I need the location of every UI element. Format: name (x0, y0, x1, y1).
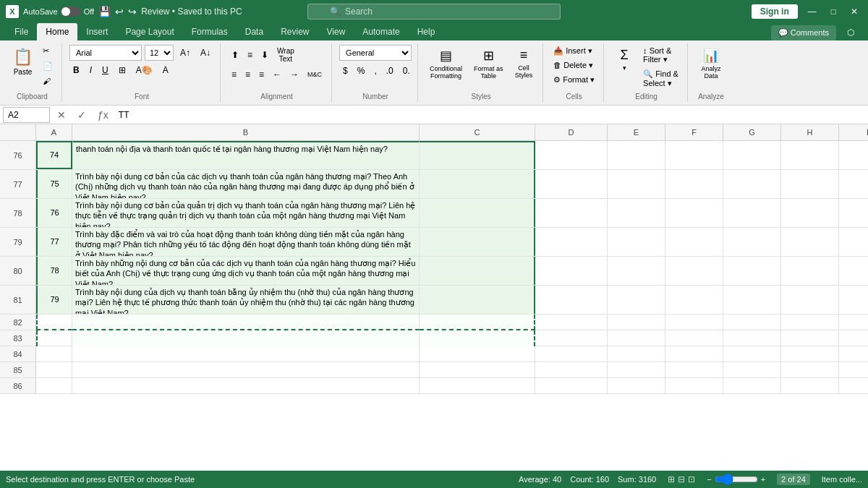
cell-83-A[interactable] (36, 330, 72, 346)
cell-85-C[interactable] (420, 362, 535, 378)
cell-76-G[interactable] (723, 141, 781, 169)
cell-78-I[interactable] (839, 199, 868, 227)
cell-84-I[interactable] (839, 346, 868, 362)
cell-86-C[interactable] (420, 378, 535, 394)
insert-button[interactable]: 📥 Insert ▾ (550, 45, 597, 57)
save-icon[interactable]: 💾 (98, 6, 111, 17)
cell-76-E[interactable] (608, 141, 665, 169)
cell-80-D[interactable] (535, 257, 608, 285)
font-size-select[interactable]: 12 (145, 45, 174, 61)
insert-function-icon[interactable]: ƒx (93, 109, 113, 121)
cell-78-H[interactable] (781, 199, 839, 227)
col-header-I[interactable]: I (839, 124, 868, 140)
cell-76-I[interactable] (839, 141, 868, 169)
cell-83-D[interactable] (535, 330, 608, 346)
page-layout-view-button[interactable]: ⊟ (678, 474, 685, 484)
cell-79-B[interactable]: Trình bày đặc điểm và vai trò của hoạt đ… (72, 228, 420, 256)
indent-decrease-button[interactable]: ← (269, 67, 285, 82)
row-num-78[interactable]: 78 (0, 199, 35, 228)
row-num-83[interactable]: 83 (0, 330, 35, 346)
conditional-formatting-button[interactable]: ▤ ConditionalFormatting (425, 45, 467, 82)
cell-82-B[interactable] (72, 314, 420, 330)
format-button[interactable]: ⚙ Format ▾ (550, 74, 597, 86)
col-header-H[interactable]: H (781, 124, 839, 140)
cell-83-H[interactable] (781, 330, 839, 346)
minimize-icon[interactable]: — (804, 7, 821, 17)
cell-85-D[interactable] (535, 362, 608, 378)
cell-reference-input[interactable] (3, 107, 50, 123)
cell-79-I[interactable] (839, 228, 868, 256)
cell-81-H[interactable] (781, 286, 839, 314)
cell-84-D[interactable] (535, 346, 608, 362)
cell-85-F[interactable] (665, 362, 723, 378)
cell-86-D[interactable] (535, 378, 608, 394)
row-num-81[interactable]: 81 (0, 286, 35, 314)
cell-83-G[interactable] (723, 330, 781, 346)
cell-86-F[interactable] (665, 378, 723, 394)
cell-78-D[interactable] (535, 199, 608, 227)
currency-button[interactable]: $ (339, 64, 352, 78)
cell-82-E[interactable] (608, 314, 665, 330)
cell-83-F[interactable] (665, 330, 723, 346)
cell-76-F[interactable] (665, 141, 723, 169)
comments-button[interactable]: 💬 Comments (771, 25, 836, 40)
sort-filter-button[interactable]: ↕ Sort &Filter ▾ (640, 45, 681, 66)
row-num-85[interactable]: 85 (0, 362, 35, 378)
cell-78-E[interactable] (608, 199, 665, 227)
cell-80-E[interactable] (608, 257, 665, 285)
cell-82-D[interactable] (535, 314, 608, 330)
find-select-button[interactable]: 🔍 Find &Select ▾ (640, 68, 681, 90)
italic-button[interactable]: I (86, 63, 95, 77)
cell-81-E[interactable] (608, 286, 665, 314)
cell-84-G[interactable] (723, 346, 781, 362)
cut-button[interactable]: ✂ (40, 45, 56, 57)
cell-84-F[interactable] (665, 346, 723, 362)
zoom-slider[interactable] (715, 474, 758, 485)
cell-styles-button[interactable]: ≡ CellStyles (511, 45, 537, 82)
col-header-C[interactable]: C (420, 124, 535, 140)
row-num-79[interactable]: 79 (0, 228, 35, 257)
tab-review[interactable]: Review (272, 23, 318, 40)
copy-button[interactable]: 📄 (40, 60, 56, 72)
cell-78-F[interactable] (665, 199, 723, 227)
cell-77-A[interactable]: 75 (36, 170, 72, 198)
font-name-select[interactable]: Arial (69, 45, 142, 61)
indent-increase-button[interactable]: → (286, 67, 302, 82)
cell-80-F[interactable] (665, 257, 723, 285)
format-as-table-button[interactable]: ⊞ Format asTable (469, 45, 508, 82)
search-box[interactable]: 🔍 Search (307, 4, 561, 20)
row-num-82[interactable]: 82 (0, 314, 35, 330)
cell-77-C[interactable] (420, 170, 535, 198)
tab-formulas[interactable]: Formulas (183, 23, 237, 40)
formula-input[interactable] (116, 110, 865, 120)
cell-77-B[interactable]: Trình bày nội dung cơ bản của các dịch v… (72, 170, 420, 198)
align-left-button[interactable]: ≡ (228, 67, 240, 82)
merge-center-button[interactable]: M&C (304, 67, 326, 82)
wrap-text-button[interactable]: WrapText (273, 45, 298, 65)
border-button[interactable]: ⊞ (115, 63, 129, 77)
cell-82-H[interactable] (781, 314, 839, 330)
underline-button[interactable]: U (98, 63, 112, 77)
comma-button[interactable]: , (370, 64, 380, 78)
fill-color-button[interactable]: A🎨 (132, 63, 156, 77)
tab-insert[interactable]: Insert (77, 23, 116, 40)
cell-77-G[interactable] (723, 170, 781, 198)
analyze-data-button[interactable]: 📊 AnalyzData (697, 45, 725, 82)
row-num-77[interactable]: 77 (0, 170, 35, 199)
number-format-select[interactable]: General (339, 45, 412, 61)
tab-page-layout[interactable]: Page Layout (116, 23, 182, 40)
cell-84-B[interactable] (72, 346, 420, 362)
cell-76-A[interactable]: 74 (36, 141, 72, 169)
close-icon[interactable]: ✕ (846, 7, 862, 17)
align-top-button[interactable]: ⬆ (228, 45, 242, 65)
cell-79-D[interactable] (535, 228, 608, 256)
decrease-decimal-button[interactable]: 0. (399, 64, 414, 78)
cell-76-B[interactable]: thanh toán nội địa và thanh toán quốc tế… (72, 141, 420, 169)
cell-77-D[interactable] (535, 170, 608, 198)
cell-80-B[interactable]: Trình bày những nội dung cơ bản của các … (72, 257, 420, 285)
shrink-font-button[interactable]: A↓ (197, 46, 214, 60)
cell-77-H[interactable] (781, 170, 839, 198)
tab-file[interactable]: File (6, 23, 37, 40)
cell-81-A[interactable]: 79 (36, 286, 72, 314)
zoom-in-button[interactable]: + (761, 475, 765, 484)
